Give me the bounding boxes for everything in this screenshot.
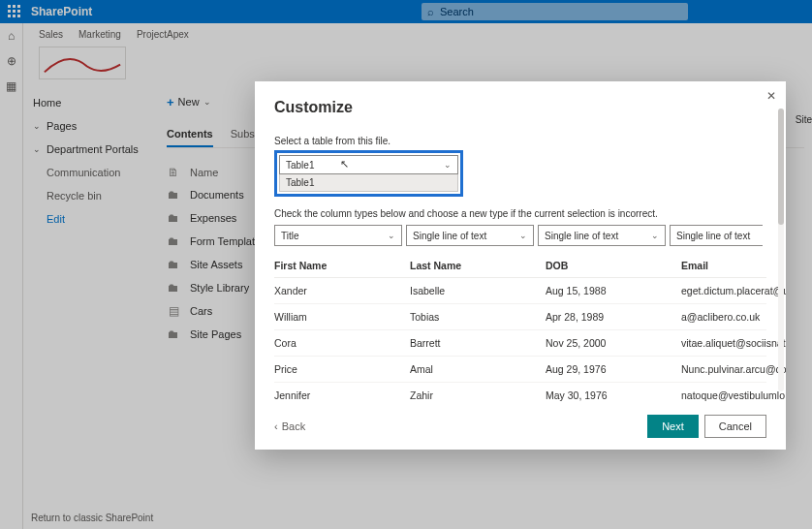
- table-option[interactable]: Table1: [279, 174, 458, 192]
- column-type-row: Title⌄ Single line of text⌄ Single line …: [274, 225, 766, 246]
- table-row: XanderIsabelleAug 15, 1988eget.dictum.pl…: [274, 278, 766, 304]
- table-select-value: Table1: [286, 160, 314, 171]
- col-header-lastname: Last Name: [410, 260, 546, 271]
- col-header-email: Email: [681, 260, 786, 271]
- chevron-down-icon: ⌄: [519, 231, 527, 240]
- column-type-select[interactable]: Single line of text⌄: [538, 225, 666, 246]
- back-button[interactable]: ‹ Back: [274, 420, 305, 432]
- col-header-dob: DOB: [546, 260, 681, 271]
- chevron-down-icon: ⌄: [651, 231, 659, 240]
- customize-dialog: ✕ Customize Select a table from this fil…: [255, 81, 786, 450]
- chevron-down-icon: ⌄: [444, 160, 452, 170]
- table-select-highlight: Table1 ↖ ⌄ Table1: [274, 150, 463, 197]
- chevron-down-icon: ⌄: [388, 231, 395, 240]
- table-row: CoraBarrettNov 25, 2000vitae.aliquet@soc…: [274, 330, 766, 357]
- table-row: PriceAmalAug 29, 1976Nunc.pulvinar.arcu@…: [274, 357, 766, 383]
- cursor-icon: ↖: [340, 158, 349, 171]
- column-type-instruction: Check the column types below and choose …: [274, 208, 766, 219]
- select-table-label: Select a table from this file.: [274, 136, 766, 146]
- cancel-button[interactable]: Cancel: [704, 415, 766, 438]
- dialog-scrollbar[interactable]: [778, 109, 784, 391]
- column-type-select[interactable]: Single line of text: [670, 225, 763, 246]
- column-type-select[interactable]: Single line of text⌄: [406, 225, 534, 246]
- table-header-row: First Name Last Name DOB Email: [274, 254, 766, 278]
- preview-table: First Name Last Name DOB Email XanderIsa…: [274, 254, 766, 403]
- close-icon[interactable]: ✕: [766, 89, 776, 103]
- table-row: JenniferZahirMay 30, 1976natoque@vestibu…: [274, 383, 766, 403]
- table-row: WilliamTobiasApr 28, 1989a@aclibero.co.u…: [274, 304, 766, 330]
- dialog-footer: ‹ Back Next Cancel: [255, 403, 786, 450]
- dialog-title: Customize: [274, 99, 766, 116]
- col-header-firstname: First Name: [274, 260, 410, 271]
- column-type-select[interactable]: Title⌄: [274, 225, 402, 246]
- next-button[interactable]: Next: [647, 415, 699, 438]
- table-select[interactable]: Table1 ↖ ⌄: [279, 155, 458, 174]
- chevron-left-icon: ‹: [274, 420, 278, 432]
